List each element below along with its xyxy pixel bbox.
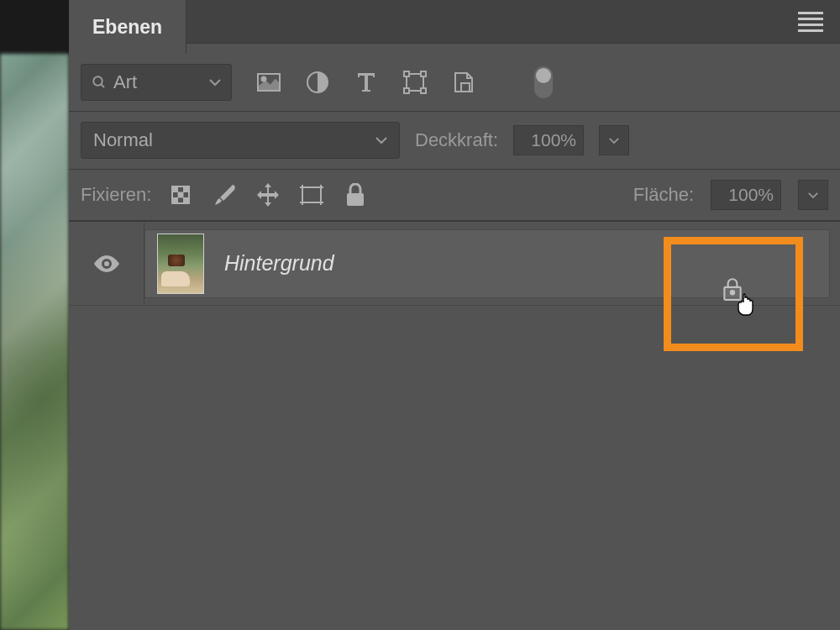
filter-adjustment-icon[interactable] <box>306 71 329 94</box>
svg-rect-17 <box>302 187 321 202</box>
fill-input[interactable] <box>711 180 781 210</box>
svg-rect-15 <box>172 197 178 203</box>
search-icon <box>92 75 107 90</box>
fill-label: Fläche: <box>633 184 694 206</box>
chevron-down-icon <box>375 136 387 144</box>
blend-opacity-row: Normal Deckkraft: <box>69 112 840 170</box>
svg-rect-14 <box>178 192 184 198</box>
panel-tab-bar <box>186 0 840 44</box>
blend-mode-select[interactable]: Normal <box>81 122 400 159</box>
layers-panel: Ebenen Art <box>69 0 840 630</box>
svg-point-29 <box>731 291 734 294</box>
fill-dropdown-icon[interactable] <box>798 180 828 210</box>
svg-rect-16 <box>183 197 189 203</box>
svg-point-0 <box>93 76 102 86</box>
layer-lock-icon[interactable] <box>722 276 743 302</box>
svg-rect-12 <box>172 186 178 192</box>
svg-point-27 <box>104 261 109 266</box>
svg-rect-6 <box>404 71 409 76</box>
lock-label: Fixieren: <box>81 184 151 206</box>
blend-mode-label: Normal <box>93 129 375 151</box>
filter-toggle[interactable] <box>534 66 553 98</box>
layer-filter-bar: Art <box>69 54 840 112</box>
filter-type-icon-text[interactable] <box>354 71 378 94</box>
lock-position-move-icon[interactable] <box>255 182 281 207</box>
opacity-dropdown-icon[interactable] <box>599 125 629 155</box>
filter-smartobject-icon[interactable] <box>452 71 475 94</box>
lock-pixels-brush-icon[interactable] <box>212 182 237 207</box>
canvas-preview-edge <box>0 54 69 630</box>
svg-line-1 <box>101 84 104 87</box>
svg-rect-13 <box>183 186 189 192</box>
opacity-input[interactable] <box>513 125 584 155</box>
lock-transparency-icon[interactable] <box>168 182 193 207</box>
svg-rect-8 <box>404 88 409 93</box>
filter-pixel-icon[interactable] <box>257 71 281 94</box>
layer-name[interactable]: Hintergrund <box>224 251 334 276</box>
visibility-eye-icon[interactable] <box>92 254 121 274</box>
svg-rect-26 <box>347 193 364 206</box>
filter-type-label: Art <box>113 71 209 93</box>
svg-point-3 <box>262 77 266 81</box>
panel-menu-icon[interactable] <box>798 12 823 32</box>
chevron-down-icon <box>209 78 221 87</box>
svg-rect-7 <box>421 71 426 76</box>
lock-artboard-icon[interactable] <box>299 182 324 207</box>
filter-shape-icon[interactable] <box>403 71 427 94</box>
panel-tab-layers[interactable]: Ebenen <box>69 0 186 54</box>
svg-rect-9 <box>421 88 426 93</box>
layer-filter-type-select[interactable]: Art <box>81 64 232 101</box>
lock-all-icon[interactable] <box>343 182 368 207</box>
layer-thumbnail[interactable] <box>157 234 204 294</box>
opacity-label: Deckkraft: <box>415 129 498 151</box>
lock-fill-row: Fixieren: Fläche: <box>69 170 840 221</box>
filter-type-icons <box>257 66 553 98</box>
svg-rect-10 <box>461 83 470 92</box>
panel-header: Ebenen <box>69 0 840 54</box>
